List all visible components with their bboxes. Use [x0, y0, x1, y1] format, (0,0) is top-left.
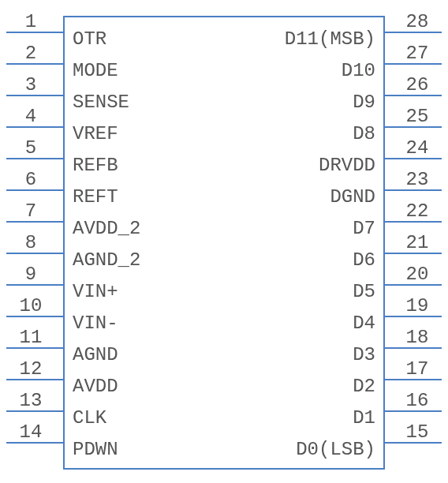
pin-number: 12: [0, 358, 62, 380]
pin-label: AVDD: [73, 376, 118, 397]
pin-number: 13: [0, 390, 62, 411]
pin-number: 19: [386, 295, 448, 316]
pin-label: D2: [353, 376, 375, 397]
pin-label: VIN+: [73, 281, 118, 302]
pin-label: D7: [353, 218, 375, 239]
pin-label: SENSE: [73, 92, 129, 113]
pin-label: PDWN: [73, 439, 118, 460]
pin-label: D3: [353, 344, 375, 365]
pin-label: D4: [353, 313, 375, 334]
pin-number: 28: [386, 11, 448, 32]
pin-label: AGND_2: [73, 249, 140, 271]
pin-label: CLK: [73, 407, 106, 429]
pin-number: 8: [0, 232, 62, 253]
pin-number: 20: [386, 264, 448, 285]
pin-number: 16: [386, 390, 448, 411]
pin-number: 26: [386, 74, 448, 95]
pin-label: D6: [353, 249, 375, 271]
pin-number: 21: [386, 232, 448, 253]
pin-number: 22: [386, 200, 448, 222]
pin-number: 4: [0, 106, 62, 127]
pin-label: REFT: [73, 186, 118, 208]
chip-outline: [63, 16, 385, 470]
pin-label: OTR: [73, 28, 106, 50]
pin-label: D0(LSB): [296, 439, 375, 460]
pin-label: AVDD_2: [73, 218, 140, 239]
pin-label: D8: [353, 123, 375, 144]
pin-number: 11: [0, 327, 62, 348]
pin-number: 15: [386, 421, 448, 443]
pin-number: 7: [0, 200, 62, 222]
pin-number: 17: [386, 358, 448, 380]
pin-number: 25: [386, 106, 448, 127]
pin-label: D11(MSB): [285, 28, 375, 50]
pin-number: 6: [0, 169, 62, 190]
pin-label: VIN-: [73, 313, 118, 334]
pin-label: D9: [353, 92, 375, 113]
pin-number: 18: [386, 327, 448, 348]
pin-number: 10: [0, 295, 62, 316]
pin-number: 14: [0, 421, 62, 443]
pin-label: VREF: [73, 123, 118, 144]
pin-label: DGND: [330, 186, 375, 208]
pin-number: 2: [0, 43, 62, 64]
pin-label: MODE: [73, 60, 118, 81]
pin-number: 5: [0, 137, 62, 159]
pin-number: 27: [386, 43, 448, 64]
pin-label: D5: [353, 281, 375, 302]
pin-number: 24: [386, 137, 448, 159]
pin-label: D1: [353, 407, 375, 429]
pin-label: AGND: [73, 344, 118, 365]
pin-label: REFB: [73, 155, 118, 176]
pin-label: D10: [342, 60, 375, 81]
pin-number: 23: [386, 169, 448, 190]
pin-number: 3: [0, 74, 62, 95]
pin-number: 1: [0, 11, 62, 32]
pin-number: 9: [0, 264, 62, 285]
pin-label: DRVDD: [319, 155, 375, 176]
